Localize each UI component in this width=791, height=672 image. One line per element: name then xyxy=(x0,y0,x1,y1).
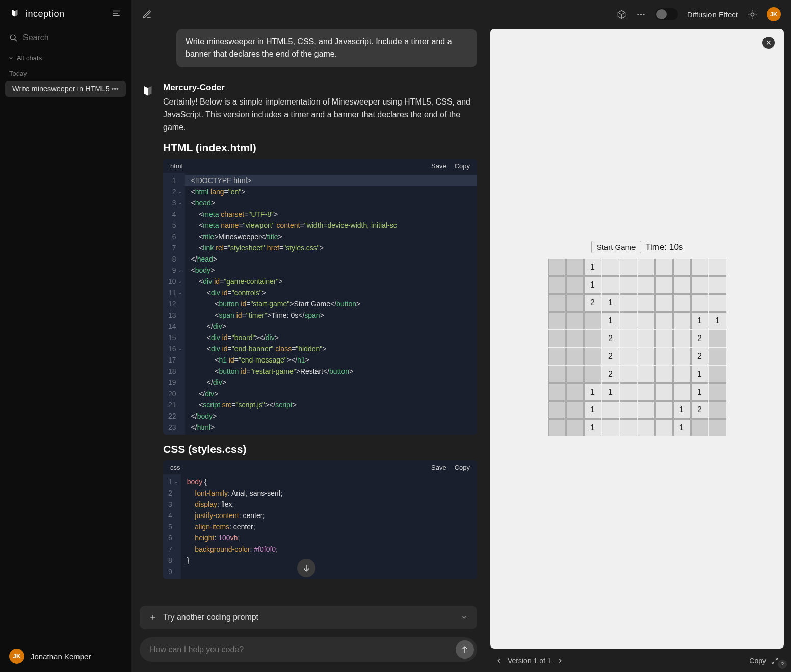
code-copy-button[interactable]: Copy xyxy=(455,463,470,471)
game-cell[interactable] xyxy=(638,259,655,276)
game-cell[interactable] xyxy=(638,330,655,347)
game-cell[interactable] xyxy=(709,401,726,419)
game-cell[interactable] xyxy=(673,294,691,312)
game-cell[interactable] xyxy=(638,276,655,294)
game-cell[interactable] xyxy=(638,312,655,329)
game-cell[interactable] xyxy=(566,401,584,419)
game-cell[interactable] xyxy=(673,259,691,276)
game-cell[interactable] xyxy=(584,330,601,347)
game-cell[interactable] xyxy=(709,348,726,365)
game-cell[interactable] xyxy=(709,419,726,436)
game-cell[interactable] xyxy=(602,419,619,436)
game-cell[interactable] xyxy=(548,259,566,276)
game-cell[interactable] xyxy=(655,312,673,329)
game-cell[interactable] xyxy=(620,276,637,294)
game-cell[interactable] xyxy=(709,276,726,294)
game-cell[interactable] xyxy=(566,276,584,294)
help-button[interactable]: ? xyxy=(778,660,787,669)
prompt-suggestion[interactable]: Try another coding prompt xyxy=(140,606,477,629)
search-input[interactable] xyxy=(23,33,125,42)
game-cell[interactable] xyxy=(548,312,566,329)
code-save-button[interactable]: Save xyxy=(431,463,446,471)
game-cell[interactable] xyxy=(655,348,673,365)
game-cell[interactable] xyxy=(548,330,566,347)
game-cell[interactable]: 1 xyxy=(584,401,601,419)
code-save-button[interactable]: Save xyxy=(431,162,446,170)
game-cell[interactable] xyxy=(620,348,637,365)
game-cell[interactable] xyxy=(709,383,726,401)
game-cell[interactable] xyxy=(673,276,691,294)
compose-icon[interactable] xyxy=(142,9,152,19)
close-icon[interactable]: ✕ xyxy=(762,37,775,49)
game-cell[interactable]: 1 xyxy=(709,312,726,329)
game-cell[interactable]: 1 xyxy=(673,419,691,436)
game-cell[interactable]: 1 xyxy=(602,294,619,312)
game-cell[interactable] xyxy=(620,401,637,419)
game-cell[interactable] xyxy=(638,401,655,419)
game-cell[interactable] xyxy=(566,312,584,329)
game-cell[interactable] xyxy=(638,366,655,383)
game-cell[interactable] xyxy=(709,366,726,383)
cube-icon[interactable] xyxy=(617,9,627,19)
game-cell[interactable]: 1 xyxy=(691,312,708,329)
game-cell[interactable] xyxy=(566,383,584,401)
diffusion-toggle[interactable] xyxy=(655,8,678,20)
code-copy-button[interactable]: Copy xyxy=(455,162,470,170)
game-cell[interactable] xyxy=(709,330,726,347)
theme-icon[interactable] xyxy=(747,9,757,19)
game-cell[interactable] xyxy=(620,330,637,347)
game-cell[interactable] xyxy=(655,330,673,347)
chats-header[interactable]: All chats xyxy=(0,51,131,65)
game-cell[interactable]: 2 xyxy=(602,366,619,383)
game-cell[interactable] xyxy=(548,294,566,312)
game-cell[interactable]: 2 xyxy=(602,330,619,347)
next-version-icon[interactable] xyxy=(557,657,564,664)
game-cell[interactable]: 1 xyxy=(602,383,619,401)
game-cell[interactable]: 1 xyxy=(673,401,691,419)
game-cell[interactable]: 2 xyxy=(584,294,601,312)
game-cell[interactable] xyxy=(655,366,673,383)
game-cell[interactable] xyxy=(691,276,708,294)
game-cell[interactable] xyxy=(548,401,566,419)
game-cell[interactable]: 1 xyxy=(584,259,601,276)
game-cell[interactable] xyxy=(620,312,637,329)
game-cell[interactable] xyxy=(566,366,584,383)
game-cell[interactable] xyxy=(566,348,584,365)
game-cell[interactable]: 2 xyxy=(602,348,619,365)
game-cell[interactable]: 2 xyxy=(691,348,708,365)
game-cell[interactable] xyxy=(566,419,584,436)
game-cell[interactable] xyxy=(548,348,566,365)
game-cell[interactable] xyxy=(655,401,673,419)
game-cell[interactable] xyxy=(620,366,637,383)
game-cell[interactable] xyxy=(655,419,673,436)
game-cell[interactable] xyxy=(691,294,708,312)
game-cell[interactable] xyxy=(548,419,566,436)
game-cell[interactable] xyxy=(620,383,637,401)
more-icon[interactable] xyxy=(636,9,646,19)
game-cell[interactable]: 1 xyxy=(584,276,601,294)
game-cell[interactable] xyxy=(566,330,584,347)
game-cell[interactable] xyxy=(655,259,673,276)
game-cell[interactable]: 1 xyxy=(602,312,619,329)
game-cell[interactable] xyxy=(655,294,673,312)
send-button[interactable] xyxy=(456,640,474,659)
game-cell[interactable] xyxy=(602,259,619,276)
chat-item-menu-icon[interactable]: ••• xyxy=(111,85,119,93)
game-cell[interactable] xyxy=(566,294,584,312)
game-cell[interactable] xyxy=(655,276,673,294)
game-cell[interactable] xyxy=(566,259,584,276)
game-cell[interactable] xyxy=(620,294,637,312)
sidebar-collapse-icon[interactable] xyxy=(112,9,122,19)
game-cell[interactable] xyxy=(691,259,708,276)
game-cell[interactable]: 1 xyxy=(691,366,708,383)
scroll-down-button[interactable] xyxy=(297,559,315,577)
game-cell[interactable]: 1 xyxy=(584,419,601,436)
game-cell[interactable] xyxy=(638,383,655,401)
game-cell[interactable] xyxy=(673,348,691,365)
game-cell[interactable] xyxy=(584,348,601,365)
game-cell[interactable] xyxy=(638,348,655,365)
game-cell[interactable] xyxy=(548,366,566,383)
game-cell[interactable] xyxy=(673,330,691,347)
game-cell[interactable]: 2 xyxy=(691,330,708,347)
game-cell[interactable] xyxy=(638,294,655,312)
